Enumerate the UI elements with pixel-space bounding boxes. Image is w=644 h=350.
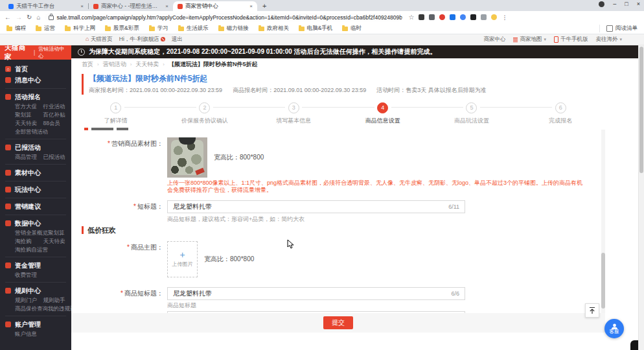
sidebar-item-规则中心[interactable]: 规则中心 <box>5 285 66 296</box>
bookmark-folder[interactable]: 磁力链接 <box>218 25 249 32</box>
bookmark-folder[interactable]: 学习 <box>149 25 168 32</box>
tab-close-icon[interactable]: × <box>249 3 253 9</box>
tab-close-icon[interactable]: × <box>165 3 168 9</box>
step-商品玩法设置[interactable]: 5商品玩法设置 <box>427 102 516 125</box>
sidebar-item-玩法中心[interactable]: 玩法中心 <box>5 184 66 195</box>
bookmark-folder[interactable]: 电脑&手机 <box>299 25 333 32</box>
sidebar-sublink[interactable]: 营销全景概览 <box>15 229 48 237</box>
toolbar-link[interactable]: 商家地图▾ <box>513 36 546 43</box>
sidebar-divider <box>5 316 66 316</box>
ext-x-circle[interactable] <box>460 14 466 20</box>
item-short-title-input[interactable] <box>173 290 446 298</box>
sidebar-item-消息中心[interactable]: 消息中心 <box>5 75 66 86</box>
sidebar-item-资金管理[interactable]: 资金管理 <box>5 260 66 271</box>
sidebar-subrow: 收费管理 <box>5 271 66 279</box>
ext-dark-square[interactable] <box>419 14 424 20</box>
sidebar-sublink[interactable]: 全部营销活动 <box>15 128 48 136</box>
step-完成报名[interactable]: 6完成报名 <box>516 102 605 125</box>
sidebar-item-已报活动[interactable]: 已报活动 <box>5 142 66 153</box>
form-scrollbar[interactable] <box>601 130 605 313</box>
short-title-input[interactable] <box>173 204 443 211</box>
bookmark-folder[interactable]: 生活娱乐 <box>178 25 209 32</box>
reading-list-button[interactable]: 阅读清单 <box>599 25 638 32</box>
toolbar-link[interactable]: 千牛手机版 <box>554 36 588 43</box>
ext-black-square[interactable] <box>470 14 476 20</box>
browser-menu-icon[interactable]: ⋮ <box>501 14 507 21</box>
sidebar-sublink[interactable]: 收费管理 <box>15 272 43 279</box>
profile-icon[interactable] <box>599 1 604 7</box>
sidebar-sublink[interactable]: 规则助手 <box>43 297 65 305</box>
bookmark-star-icon[interactable]: ☆ <box>408 14 414 21</box>
sidebar-sublink[interactable]: 88会员 <box>43 120 60 128</box>
sidebar-item-数据中心[interactable]: 数据中心 <box>5 218 66 229</box>
home-icon[interactable]: ⌂ <box>36 14 40 21</box>
activity-title[interactable]: 【频道玩法】限时秒杀前N件5折起 <box>89 74 487 83</box>
page-scrollbar-thumb[interactable] <box>639 47 643 173</box>
reload-icon[interactable]: ↻ <box>27 14 32 21</box>
upload-image-button[interactable]: + 上传图片 <box>167 241 198 277</box>
tab-close-icon[interactable]: × <box>80 3 84 9</box>
sidebar-sublink[interactable]: 账户信息 <box>15 331 43 338</box>
sidebar-sublink[interactable]: 商品保价查询 <box>15 305 48 313</box>
tmall-home-link[interactable]: ⌂ 天猫首页 <box>86 36 113 43</box>
logout-link[interactable]: 退出 <box>172 36 183 43</box>
back-icon[interactable]: ← <box>5 14 11 21</box>
sidebar-sublink[interactable]: 已报活动 <box>43 154 65 161</box>
sidebar-sublink[interactable]: 淘抢购 <box>15 238 43 246</box>
bookmark-folder[interactable]: 政府相关 <box>259 25 289 32</box>
new-tab-button[interactable]: + <box>262 1 266 10</box>
sidebar-sublink[interactable]: 商品管理 <box>15 154 43 161</box>
sidebar-item-首页[interactable]: ⌂首页 <box>5 64 66 75</box>
sidebar-sublink[interactable]: 规则门户 <box>15 297 43 305</box>
sidebar-item-素材中心[interactable]: 素材中心 <box>5 167 66 178</box>
bookmark-label: 学习 <box>157 25 168 32</box>
sidebar-sublink[interactable]: 天天特卖 <box>43 238 65 246</box>
form-scroll-region[interactable]: *营销商品素材图： 宽高比：800*800 上传一张800*800像素以上、1:… <box>71 128 605 313</box>
ext-blocker[interactable] <box>439 14 445 20</box>
form-scrollbar-thumb[interactable] <box>601 253 605 309</box>
sidebar-sublink[interactable]: 百亿补贴 <box>43 111 65 119</box>
minimize-button[interactable]: – <box>613 1 616 7</box>
sidebar-sublink[interactable]: 聚划算 <box>48 229 65 237</box>
forward-icon[interactable]: → <box>16 14 22 21</box>
browser-tab[interactable]: 商家营销中心× <box>173 1 257 11</box>
browser-tab[interactable]: 商家中心 - -理想生活上天猫× <box>89 1 173 11</box>
close-button[interactable]: × <box>637 1 640 7</box>
step-了解详情[interactable]: 1了解详情 <box>71 102 160 125</box>
sidebar-sublink[interactable]: 淘抢购自运营 <box>15 246 48 254</box>
sidebar-sublink[interactable]: 官方大促 <box>15 103 43 111</box>
sidebar-item-活动报名[interactable]: 活动报名 <box>5 91 66 102</box>
ext-translate[interactable] <box>450 14 455 20</box>
browser-tab[interactable]: 天猫千牛工作台× <box>4 1 88 11</box>
sidebar-sublink[interactable]: 我的违规记录 <box>48 305 71 313</box>
bookmark-folder[interactable]: 股票&彩票 <box>105 25 139 32</box>
material-image-thumbnail[interactable] <box>167 137 207 178</box>
sidebar-item-营销建议[interactable]: 营销建议 <box>5 201 66 212</box>
ext-avatar[interactable] <box>491 14 497 20</box>
ext-screenshot[interactable] <box>429 14 435 20</box>
toolbar-link[interactable]: 商家中心 <box>483 36 505 43</box>
sidebar-item-账户管理[interactable]: 账户管理 <box>5 319 66 330</box>
step-填写基本信息[interactable]: 3填写基本信息 <box>249 102 338 125</box>
submit-button[interactable]: 提交 <box>323 316 353 329</box>
sidebar-sublink[interactable]: 聚划算 <box>15 111 43 119</box>
customer-service-button[interactable]: 客服 <box>604 319 624 338</box>
breadcrumb-item[interactable]: 天天特卖 <box>135 60 159 69</box>
ext-puzzle[interactable] <box>481 14 487 20</box>
step-商品信息设置[interactable]: 4商品信息设置 <box>338 102 427 125</box>
back-to-top-button[interactable] <box>585 303 599 318</box>
breadcrumb-item[interactable]: 首页 <box>82 60 93 69</box>
bookmark-folder[interactable]: 科学上网 <box>65 25 95 32</box>
step-价保服务协议确认[interactable]: 2价保服务协议确认 <box>160 102 249 125</box>
sidebar-sublink[interactable]: 行业活动 <box>43 103 65 111</box>
url-text[interactable]: sale.tmall.com/page/campaign/apply.htm?a… <box>56 14 402 21</box>
bookmark-folder[interactable]: 运营 <box>36 25 55 32</box>
bookmark-folder[interactable]: 编程 <box>6 25 26 32</box>
toolbar-link[interactable]: 卖往海外▾ <box>595 36 622 43</box>
maximize-button[interactable]: □ <box>625 1 628 7</box>
sidebar-sublink[interactable]: 天天特卖 <box>15 120 43 128</box>
bookmark-folder[interactable]: 临时 <box>342 25 362 32</box>
address-bar[interactable]: sale.tmall.com/page/campaign/apply.htm?a… <box>45 13 402 21</box>
page-scrollbar[interactable] <box>638 45 644 350</box>
breadcrumb-item[interactable]: 营销活动 <box>103 60 126 69</box>
